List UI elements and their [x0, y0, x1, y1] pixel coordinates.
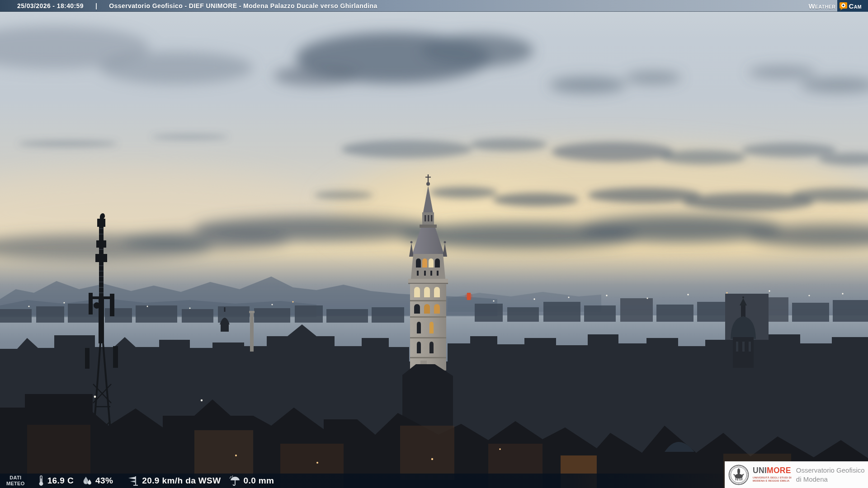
brand-cam-block: C AM [837, 0, 868, 12]
wind-group: 20.9 km/h da WSW [126, 475, 221, 487]
webcam-frame: 25/03/2026 - 18:40:59 | Osservatorio Geo… [0, 0, 868, 488]
water-drops-icon [82, 475, 93, 486]
humidity-value: 43% [95, 476, 113, 486]
temperature-group: 16.9 C [38, 475, 74, 487]
windsock-icon [126, 475, 139, 487]
weathercam-brand: W EATHER C AM [808, 0, 868, 12]
top-info-bar: 25/03/2026 - 18:40:59 | Osservatorio Geo… [0, 0, 868, 12]
rain-group: 0.0 mm [229, 475, 274, 487]
observatory-name: Osservatorio Geofisico di Modena [796, 466, 865, 483]
rain-value: 0.0 mm [244, 476, 274, 486]
brand-cam: C AM [849, 2, 862, 10]
camera-title: Osservatorio Geofisico - DIEF UNIMORE - … [109, 2, 377, 9]
unimore-wordmark: UNIMORE UNIVERSITÀ DEGLI STUDI DI MODENA… [753, 467, 792, 483]
thermometer-icon [38, 475, 45, 487]
cityscape-scene [0, 0, 868, 488]
humidity-group: 43% [82, 475, 113, 486]
unimore-logo-box: UNIMORE UNIVERSITÀ DEGLI STUDI DI MODENA… [725, 461, 868, 488]
red-beacon [465, 293, 472, 300]
university-subtitle: UNIVERSITÀ DEGLI STUDI DI MODENA E REGGI… [753, 476, 792, 483]
brand-weather: W EATHER [808, 2, 837, 10]
wind-value: 20.9 km/h da WSW [142, 476, 221, 486]
separator: | [95, 2, 97, 9]
umbrella-rain-icon [229, 475, 241, 487]
unimore-seal-icon [728, 465, 749, 485]
timestamp: 25/03/2026 - 18:40:59 [17, 2, 84, 9]
temperature-value: 16.9 C [47, 476, 74, 486]
webcam-pin-icon [839, 2, 848, 10]
meteo-label: DATI METEO [6, 475, 25, 486]
